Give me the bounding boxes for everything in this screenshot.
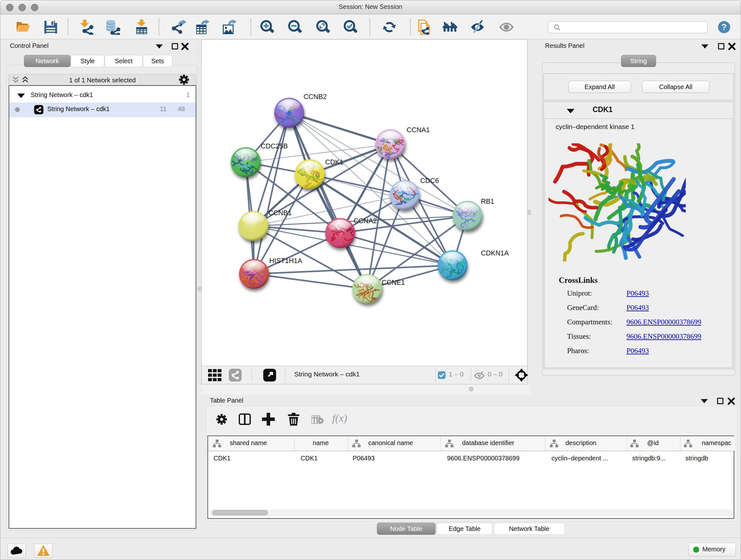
svg-text:CDC25B: CDC25B (261, 142, 288, 150)
svg-text:?: ? (722, 22, 727, 32)
svg-text:HIST1H1A: HIST1H1A (269, 257, 302, 265)
svg-text:CCNB1: CCNB1 (268, 209, 292, 217)
svg-text:CDK1: CDK1 (325, 159, 343, 166)
svg-text:CCNA2: CCNA2 (354, 217, 377, 225)
svg-text:CDKN1A: CDKN1A (481, 249, 509, 257)
svg-text:CCNB2: CCNB2 (304, 93, 327, 101)
svg-text:CCNA1: CCNA1 (407, 126, 430, 134)
svg-text:CCNE1: CCNE1 (382, 279, 405, 287)
svg-text:CDC6: CDC6 (420, 177, 439, 185)
svg-text:RB1: RB1 (481, 198, 494, 205)
